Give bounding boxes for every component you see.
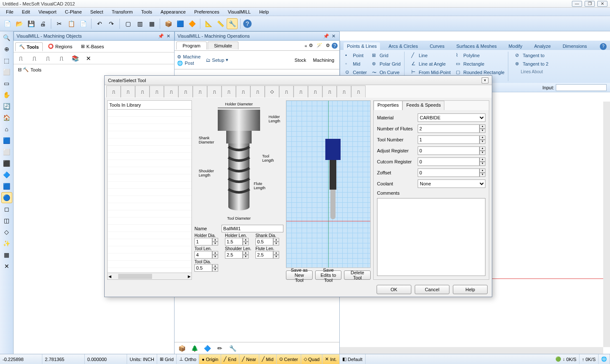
render-icon[interactable]: ✨	[1, 238, 12, 249]
pin-icon[interactable]: 📌	[157, 33, 165, 39]
wireframe-icon[interactable]: ◻	[1, 204, 12, 215]
holder-dia-up[interactable]: ▲	[212, 238, 218, 242]
save-new-button[interactable]: Save as New Tool	[286, 270, 313, 280]
print-icon[interactable]: 🖨	[37, 18, 48, 29]
tool-vee-icon[interactable]: ⎍	[42, 53, 53, 64]
tool-drill-icon[interactable]: ⎍	[56, 53, 67, 64]
tree-root-tools[interactable]: ⊟ 🔨 Tools	[17, 66, 171, 73]
scrollbar-horizontal[interactable]	[340, 347, 603, 354]
ribbon-tab-analyze[interactable]: Analyze	[531, 42, 554, 50]
close-icon[interactable]: ✕	[165, 33, 172, 39]
tool-ball-icon[interactable]: ⎍	[29, 53, 40, 64]
iso-solid-icon[interactable]: 🟦	[1, 181, 12, 192]
ops-icon-2[interactable]: 🌲	[189, 343, 200, 354]
cancel-button[interactable]: Cancel	[415, 285, 449, 294]
copy-icon[interactable]: 📋	[66, 18, 77, 29]
ops-icon-1[interactable]: 📦	[176, 343, 187, 354]
tooltype-10[interactable]: ⎍	[236, 85, 250, 97]
snap-origin[interactable]: ● Origin	[199, 354, 221, 364]
cmd-point[interactable]: •Point	[345, 52, 367, 59]
shoulder-len-field[interactable]	[225, 251, 243, 259]
library-scrollbar[interactable]: ◄►	[108, 273, 191, 279]
ribbon-tab-dimensions[interactable]: Dimensions	[559, 42, 590, 50]
snap-end[interactable]: ╱ End	[221, 354, 239, 364]
tooltype-12[interactable]: ◇	[265, 85, 279, 97]
undo-icon[interactable]: ↶	[94, 18, 105, 29]
delete-tool-button[interactable]: Delete Tool	[344, 270, 371, 280]
tab-program[interactable]: Program	[176, 41, 207, 50]
zoom-in-icon[interactable]: ⊕	[1, 44, 12, 55]
open-icon[interactable]: 📂	[14, 18, 25, 29]
hidden-icon[interactable]: ◫	[1, 215, 12, 226]
mesh-icon[interactable]: 🔶	[186, 18, 197, 29]
tab-simulate[interactable]: Simulate	[208, 41, 238, 50]
scrollbar-vertical[interactable]	[603, 102, 610, 347]
viewport-split-icon[interactable]: ▥	[134, 18, 145, 29]
tab-regions[interactable]: ⭕ Regions	[44, 42, 76, 50]
settings-icon[interactable]: ⚙	[326, 43, 330, 48]
viewport-input[interactable]	[556, 84, 607, 91]
browser-icon[interactable]: 🌐	[599, 354, 610, 364]
iso-view-icon[interactable]: 🔷	[1, 169, 12, 180]
tool-icon[interactable]: 🔧	[227, 18, 238, 29]
ghost-icon[interactable]: ◇	[1, 226, 12, 237]
flute-len-field[interactable]	[255, 251, 273, 259]
tool-flat-icon[interactable]: ⎍	[15, 53, 26, 64]
home-icon[interactable]: 🏠	[1, 112, 12, 123]
grid-icon[interactable]: ▦	[1, 249, 12, 260]
save-icon[interactable]: 💾	[25, 18, 36, 29]
holder-dia-down[interactable]: ▼	[212, 242, 218, 245]
tab-kbases[interactable]: ⊞ K-Bases	[78, 42, 108, 50]
cmd-lineangle[interactable]: ∠Line at Angle	[411, 60, 451, 68]
layer-default[interactable]: ◧ Default	[340, 354, 366, 364]
shaded-icon[interactable]: 🔵	[1, 192, 12, 203]
gear-icon[interactable]: ⚙	[309, 43, 313, 48]
tooltype-1[interactable]: ⎍	[106, 85, 121, 97]
shank-dia-field[interactable]	[255, 238, 273, 245]
snap-mid[interactable]: ╱ Mid	[259, 354, 277, 364]
ribbon-tab-surfaces[interactable]: Surfaces & Meshes	[453, 42, 500, 50]
cut-icon[interactable]: ✂	[54, 18, 65, 29]
tooltype-11[interactable]: ⎍	[250, 85, 265, 97]
snap-quad[interactable]: ◇ Quad	[301, 354, 323, 364]
redo-icon[interactable]: ↷	[106, 18, 117, 29]
front-view-icon[interactable]: 🟦	[1, 135, 12, 146]
zoff-field[interactable]	[418, 168, 480, 177]
tooltype-14[interactable]: ⎍	[294, 85, 308, 97]
help-icon[interactable]: ?	[243, 19, 252, 28]
tooltype-15[interactable]: ⎍	[308, 85, 322, 97]
cmd-rectangle[interactable]: ▭Rectangle	[456, 60, 505, 68]
tooltype-16[interactable]: ⎍	[322, 85, 337, 97]
menu-transform[interactable]: Transform	[108, 8, 137, 15]
tooltype-6[interactable]: ⎍	[178, 85, 193, 97]
snap-ortho[interactable]: ⊥ Ortho	[177, 354, 200, 364]
tooltype-7[interactable]: ⎍	[193, 85, 207, 97]
menu-edit[interactable]: Edit	[18, 8, 34, 15]
zoom-extents-icon[interactable]: ⬜	[1, 66, 12, 77]
menu-tools[interactable]: Tools	[137, 8, 156, 15]
box-icon[interactable]: 📦	[163, 18, 174, 29]
toolnum-field[interactable]	[418, 135, 480, 144]
flutes-field[interactable]	[418, 124, 480, 133]
menu-help[interactable]: Help	[255, 8, 273, 15]
coolant-select[interactable]: None	[418, 179, 485, 188]
tool-len-field[interactable]	[194, 251, 212, 259]
ribbon-tab-points[interactable]: Points & Lines	[344, 42, 380, 50]
menu-cplane[interactable]: C-Plane	[61, 8, 86, 15]
menu-file[interactable]: File	[2, 8, 18, 15]
menu-viewport[interactable]: Viewport	[34, 8, 61, 15]
cmd-grid[interactable]: ⊞Grid	[372, 52, 401, 59]
tab-properties[interactable]: Properties	[374, 101, 402, 110]
angle-icon[interactable]: 📏	[215, 18, 226, 29]
tooltype-3[interactable]: ⎍	[135, 85, 150, 97]
tab-feeds[interactable]: Feeds & Speeds	[402, 101, 444, 110]
snap-grid[interactable]: ⊞ Grid	[157, 354, 177, 364]
tool-del-icon[interactable]: ✕	[83, 53, 94, 64]
ops-icon-3[interactable]: 🔷	[202, 343, 213, 354]
save-edits-button[interactable]: Save Edits to Tool	[315, 270, 342, 280]
zoom-icon[interactable]: 🔍	[1, 32, 12, 43]
ops-icon-5[interactable]: 🔧	[227, 343, 238, 354]
tooltype-8[interactable]: ⎍	[207, 85, 222, 97]
snap-center[interactable]: ⊙ Center	[277, 354, 301, 364]
setup-button[interactable]: 🗂 Setup ▾	[206, 57, 229, 63]
